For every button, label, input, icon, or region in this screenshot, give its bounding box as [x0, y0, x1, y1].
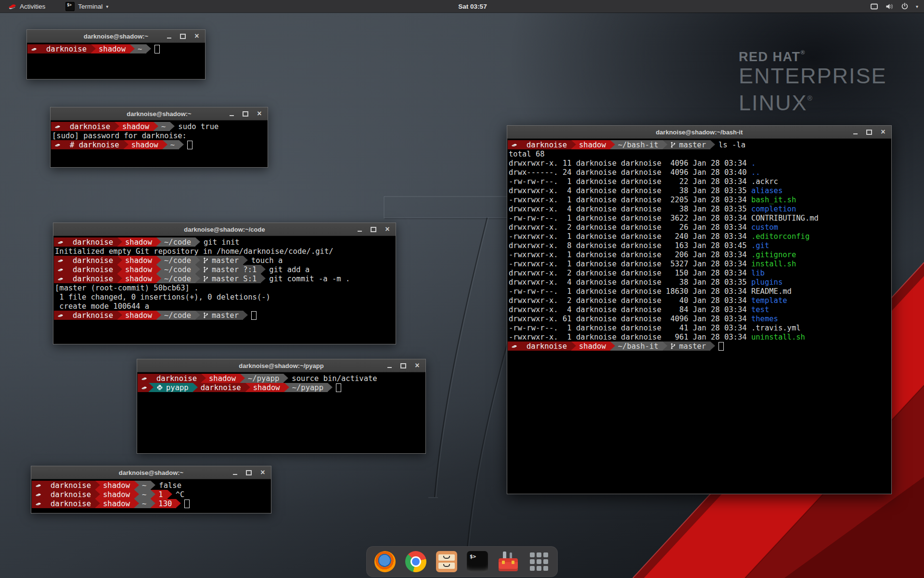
- maximize-button[interactable]: [180, 32, 186, 40]
- terminal-line: darknoiseshadow~sudo true: [51, 122, 268, 131]
- file-name: .: [751, 159, 756, 168]
- window-titlebar[interactable]: darknoise@shadow:~/pyapp ×: [137, 359, 425, 372]
- terminal-screen[interactable]: darknoiseshadow~: [27, 43, 205, 79]
- file-name: completion: [751, 205, 796, 213]
- prompt-segment-host: shadow: [124, 140, 163, 149]
- prompt-segment-git: master S:1: [195, 274, 261, 283]
- terminal-line: darknoiseshadow~1^C: [32, 490, 271, 499]
- caret-down-icon: ▾: [106, 4, 108, 9]
- minimize-button[interactable]: [356, 225, 363, 233]
- command-text: source bin/activate: [283, 374, 377, 383]
- window-title: darknoise@shadow:~/pyapp: [239, 362, 323, 369]
- terminal-window: darknoise@shadow:~ × darknoiseshadow~: [26, 29, 205, 79]
- window-buttons: ×: [166, 30, 200, 42]
- close-button[interactable]: ×: [880, 128, 886, 136]
- close-button[interactable]: ×: [193, 32, 200, 40]
- segment-text: shadow: [99, 45, 126, 53]
- prompt-segment-user: darknoise: [65, 237, 117, 247]
- terminal-line: drwxrwxr-x. 2 darknoise darknoise 40 Jan…: [508, 296, 891, 305]
- file-attributes: drwxrwxr-x. 61 darknoise darknoise 4096 …: [508, 315, 751, 323]
- terminal-line: drwxrwxr-x. 2 darknoise darknoise 26 Jan…: [508, 223, 891, 232]
- segment-text: darknoise: [51, 490, 91, 499]
- file-name: themes: [751, 315, 778, 323]
- segment-text: ~/pyapp: [292, 383, 323, 392]
- terminal-icon[interactable]: $>: [467, 551, 488, 572]
- maximize-button[interactable]: [370, 225, 377, 233]
- redhat-icon: [57, 312, 64, 319]
- window-title: darknoise@shadow:~: [127, 110, 191, 118]
- window-titlebar[interactable]: darknoise@shadow:~/code ×: [53, 223, 396, 236]
- prompt-segment-path: ~/code: [156, 237, 195, 247]
- file-name: custom: [751, 223, 778, 232]
- file-name: .editorconfig: [751, 232, 809, 241]
- minimize-button[interactable]: [228, 110, 235, 118]
- maximize-button[interactable]: [245, 469, 252, 476]
- terminal-line: drwxrwxr-x. 11 darknoise darknoise 4096 …: [508, 158, 891, 168]
- app-menu-button[interactable]: $> Terminal ▾: [61, 0, 113, 13]
- show-applications-icon[interactable]: [528, 551, 550, 572]
- git-branch-icon: [203, 275, 208, 282]
- prompt-segment-host: shadow: [117, 237, 156, 247]
- command-text: git commit -a -m .: [261, 275, 350, 283]
- minimize-button[interactable]: [166, 32, 172, 40]
- close-button[interactable]: ×: [256, 110, 263, 118]
- terminal-screen[interactable]: darknoiseshadow~falsedarknoiseshadow~1^C…: [31, 479, 271, 513]
- toolbox-icon[interactable]: [498, 551, 519, 572]
- window-title: darknoise@shadow:~: [84, 33, 148, 40]
- terminal-window: darknoise@shadow:~ × darknoiseshadow~fal…: [31, 466, 271, 513]
- file-name: .gitignore: [751, 250, 796, 259]
- minimize-button[interactable]: [852, 128, 859, 136]
- branding-watermark: RED HAT® ENTERPRISE LINUX®: [739, 49, 887, 114]
- terminal-app-icon: $>: [65, 2, 75, 11]
- segment-text: ~: [161, 122, 166, 131]
- window-titlebar[interactable]: darknoise@shadow:~ ×: [27, 30, 205, 43]
- terminal-line: Initialized empty Git repository in /hom…: [54, 247, 396, 256]
- maximize-button[interactable]: [866, 128, 873, 136]
- close-button[interactable]: ×: [384, 225, 391, 233]
- prompt-segment-os: [32, 499, 43, 508]
- terminal-line: create mode 100644 a: [54, 302, 396, 311]
- terminal-screen[interactable]: darknoiseshadow~sudo true[sudo] password…: [51, 120, 268, 167]
- terminal-line: drwx------. 24 darknoise darknoise 4096 …: [508, 168, 891, 177]
- window-title: darknoise@shadow:~/bash-it: [656, 129, 743, 136]
- terminal-cursor: [251, 311, 257, 320]
- minimize-button[interactable]: [231, 469, 238, 476]
- prompt-segment-host: shadow: [245, 383, 284, 392]
- window-titlebar[interactable]: darknoise@shadow:~ ×: [31, 466, 271, 479]
- segment-text: ~/code: [164, 311, 191, 320]
- terminal-screen[interactable]: darknoiseshadow~/bash-itmasterls -latota…: [507, 139, 891, 494]
- maximize-button[interactable]: [400, 362, 407, 369]
- segment-text: shadow: [209, 374, 236, 383]
- firefox-icon[interactable]: [374, 551, 396, 572]
- window-titlebar[interactable]: darknoise@shadow:~/bash-it ×: [507, 126, 891, 139]
- volume-icon[interactable]: [886, 3, 894, 10]
- window-buttons: ×: [228, 107, 263, 120]
- activities-button[interactable]: Activities: [4, 0, 50, 13]
- file-name: .ackrc: [751, 177, 778, 186]
- window-titlebar[interactable]: darknoise@shadow:~ ×: [51, 107, 268, 120]
- prompt-segment-user: darknoise: [43, 499, 95, 508]
- file-name: uninstall.sh: [751, 333, 805, 342]
- terminal-line: total 68: [508, 149, 891, 158]
- segment-text: shadow: [125, 275, 152, 283]
- close-button[interactable]: ×: [414, 362, 421, 369]
- file-attributes: -rwxrwxr-x. 1 darknoise darknoise 206 Ja…: [508, 250, 751, 259]
- clock[interactable]: Sat 03:57: [458, 3, 487, 10]
- close-button[interactable]: ×: [259, 469, 266, 476]
- chrome-icon[interactable]: [405, 551, 426, 572]
- brand-line-redhat: RED HAT®: [739, 49, 887, 65]
- power-icon[interactable]: [901, 2, 909, 10]
- minimize-button[interactable]: [386, 362, 393, 369]
- drawer-top: [438, 554, 455, 561]
- files-icon[interactable]: [436, 551, 457, 572]
- screen-icon[interactable]: [870, 3, 878, 10]
- redhat-icon: [511, 343, 518, 350]
- terminal-screen[interactable]: darknoiseshadow~/pyappsource bin/activat…: [137, 372, 425, 453]
- command-text: git add a: [261, 265, 309, 274]
- prompt-segment-host: shadow: [95, 481, 134, 490]
- caret-down-icon[interactable]: ▾: [916, 4, 918, 9]
- terminal-screen[interactable]: darknoiseshadow~/codegit initInitialized…: [53, 236, 396, 344]
- output-text: create mode 100644 a: [54, 302, 149, 311]
- terminal-line: 1 file changed, 0 insertions(+), 0 delet…: [54, 292, 396, 302]
- maximize-button[interactable]: [242, 110, 249, 118]
